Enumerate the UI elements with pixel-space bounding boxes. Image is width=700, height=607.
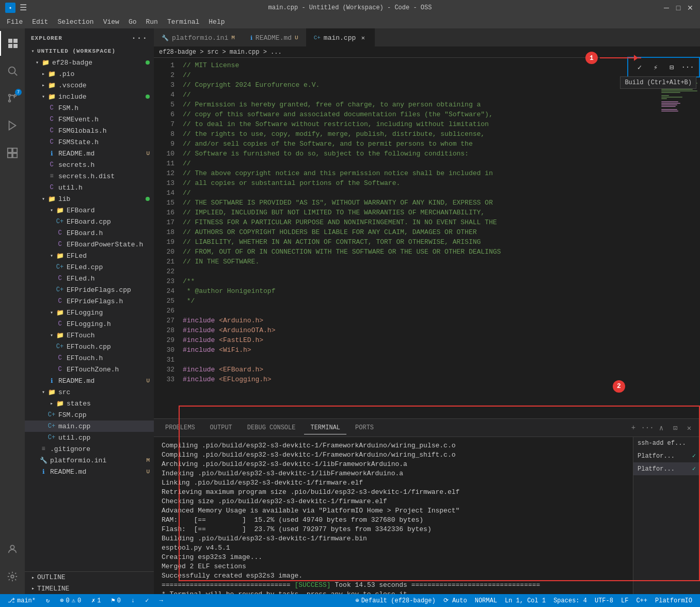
- build-button[interactable]: ✓: [632, 60, 647, 74]
- status-check[interactable]: ✓: [142, 597, 151, 604]
- menu-go[interactable]: Go: [124, 17, 141, 27]
- code-content[interactable]: // MIT License // // Copyright 2024 Euro…: [179, 58, 659, 418]
- panel-close-button[interactable]: ✕: [683, 422, 695, 433]
- status-task[interactable]: ✗ 1: [89, 597, 103, 604]
- status-default-env[interactable]: ⊕ Default (ef28-badge): [353, 597, 438, 604]
- status-bookmark[interactable]: ⚑ 0: [109, 597, 123, 604]
- status-branch[interactable]: ⎇ main*: [5, 597, 38, 604]
- maximize-button[interactable]: □: [674, 3, 683, 12]
- tab-ports[interactable]: PORTS: [349, 422, 380, 434]
- session-platfor-2[interactable]: Platfor... ✓: [633, 462, 700, 475]
- status-encoding[interactable]: UTF-8: [592, 597, 616, 604]
- tree-fsmglobals-h[interactable]: CFSMGlobals.h: [25, 125, 154, 136]
- tree-secrets-h-dist[interactable]: ≡secrets.h.dist: [25, 170, 154, 182]
- menu-terminal[interactable]: Terminal: [163, 17, 203, 27]
- more-actions-button[interactable]: ···: [680, 60, 695, 74]
- tree-eflogging[interactable]: ▾📁EFLogging: [25, 307, 154, 318]
- tree-fsmevent-h[interactable]: CFSMEvent.h: [25, 114, 154, 125]
- tree-efboardpowerstate-h[interactable]: CEFBoardPowerState.h: [25, 239, 154, 250]
- terminal-content[interactable]: 2 Compiling .pio/build/esp32-s3-devkitc-…: [154, 437, 633, 594]
- tree-eftouch-h[interactable]: CEFTouch.h: [25, 352, 154, 364]
- tree-platformio-ini[interactable]: 🔧platformio.iniM: [25, 455, 154, 466]
- split-editor-button[interactable]: ⊟: [664, 60, 679, 74]
- activity-run[interactable]: [0, 113, 25, 138]
- panel-add-button[interactable]: +: [628, 422, 639, 433]
- activity-extensions[interactable]: [0, 141, 25, 165]
- status-sync[interactable]: ↻: [43, 597, 52, 604]
- status-spaces[interactable]: Spaces: 4: [551, 597, 590, 604]
- tree-fsm-h[interactable]: CFSM.h: [25, 102, 154, 114]
- status-errors[interactable]: ⊗ 0 ⚠ 0: [57, 597, 84, 604]
- status-eol[interactable]: LF: [618, 597, 631, 604]
- tab-problems[interactable]: PROBLEMS: [159, 422, 201, 434]
- tab-platformio-ini[interactable]: 🔧 platformio.ini M: [154, 28, 243, 46]
- tree-util-cpp[interactable]: C+util.cpp: [25, 432, 154, 443]
- tree-lib[interactable]: ▾ 📁 lib: [25, 193, 154, 205]
- status-vim-mode[interactable]: NORMAL: [472, 597, 500, 604]
- activity-source-control[interactable]: 7: [0, 86, 25, 111]
- menu-help[interactable]: Help: [204, 17, 229, 27]
- session-platfor-1[interactable]: Platfor... ✓: [633, 449, 700, 462]
- activity-settings[interactable]: [0, 564, 25, 589]
- tree-efled-cpp[interactable]: C+EFLed.cpp: [25, 261, 154, 273]
- tree-efled[interactable]: ▾📁EFLed: [25, 250, 154, 261]
- tree-ef28-badge[interactable]: ▾ 📁 ef28-badge: [25, 57, 154, 68]
- status-arrow-right[interactable]: →: [156, 597, 165, 604]
- tree-efboard[interactable]: ▾📁EFBoard: [25, 205, 154, 216]
- tree-efprideflags-h[interactable]: CEFPrideFlags.h: [25, 295, 154, 307]
- tab-terminal[interactable]: TERMINAL: [304, 422, 346, 434]
- activity-explorer[interactable]: [0, 31, 25, 56]
- outline-section[interactable]: ▸ OUTLINE: [25, 571, 154, 583]
- tree-src[interactable]: ▾ 📁 src: [25, 386, 154, 398]
- tree-efboard-h[interactable]: CEFBoard.h: [25, 227, 154, 239]
- workspace-label[interactable]: ▾ UNTITLED (WORKSPACE): [25, 45, 154, 57]
- tab-main-cpp[interactable]: C+ main.cpp ✕: [306, 28, 375, 46]
- activity-search[interactable]: [0, 58, 25, 83]
- panel-more-button[interactable]: ···: [642, 422, 653, 433]
- panel-maximize-button[interactable]: ⊡: [670, 422, 681, 433]
- tree-efprideflags-cpp[interactable]: C+EFPrideFlags.cpp: [25, 284, 154, 295]
- tree-gitignore[interactable]: ≡.gitignore: [25, 443, 154, 455]
- tree-pio[interactable]: ▸ 📁 .pio: [25, 68, 154, 80]
- close-button[interactable]: ✕: [686, 3, 695, 12]
- tab-debug-console[interactable]: DEBUG CONSOLE: [241, 422, 302, 434]
- status-platformio[interactable]: PlatformIO: [653, 597, 695, 604]
- tree-readme-lib[interactable]: ℹREADME.mdU: [25, 375, 154, 386]
- menu-selection[interactable]: Selection: [53, 17, 98, 27]
- timeline-section[interactable]: ▸ TIMELINE: [25, 583, 154, 594]
- tree-fsmstate-h[interactable]: CFSMState.h: [25, 136, 154, 148]
- tab-readme[interactable]: ℹ README.md U: [243, 28, 306, 46]
- code-editor[interactable]: 12345 678910 1112131415 1617181920 21222…: [154, 58, 700, 418]
- tree-readme-include[interactable]: ℹREADME.mdU: [25, 148, 154, 159]
- menu-file[interactable]: File: [3, 17, 27, 27]
- tree-eftouch[interactable]: ▾📁EFTouch: [25, 330, 154, 341]
- menu-run[interactable]: Run: [141, 17, 162, 27]
- sidebar-more-button[interactable]: ···: [131, 34, 148, 43]
- status-arrow[interactable]: ↓: [129, 597, 137, 604]
- close-tab-button[interactable]: ✕: [359, 34, 367, 42]
- tree-eftouch-cpp[interactable]: C+EFTouch.cpp: [25, 341, 154, 352]
- tree-readme-root[interactable]: ℹREADME.mdU: [25, 466, 154, 477]
- tree-efboard-cpp[interactable]: C+EFBoard.cpp: [25, 216, 154, 227]
- minimize-button[interactable]: ─: [662, 3, 671, 12]
- status-language[interactable]: C++: [633, 597, 650, 604]
- tree-main-cpp[interactable]: C+main.cpp: [25, 421, 154, 432]
- session-ssh[interactable]: ssh-add ef...: [633, 437, 700, 449]
- status-cursor[interactable]: Ln 1, Col 1: [502, 597, 548, 604]
- tree-eflogging-h[interactable]: CEFLogging.h: [25, 318, 154, 330]
- menu-view[interactable]: View: [99, 17, 123, 27]
- panel-chevron-up-button[interactable]: ∧: [656, 422, 667, 433]
- flash-button[interactable]: ⚡: [648, 60, 663, 74]
- tree-eftouchzone-h[interactable]: CEFTouchZone.h: [25, 364, 154, 375]
- tree-include[interactable]: ▾ 📁 include: [25, 91, 154, 102]
- status-auto[interactable]: ⟳ Auto: [441, 597, 470, 604]
- tree-fsm-cpp[interactable]: C+FSM.cpp: [25, 409, 154, 421]
- tree-efled-h[interactable]: CEFLed.h: [25, 273, 154, 284]
- tree-util-h[interactable]: Cutil.h: [25, 182, 154, 193]
- activity-account[interactable]: [0, 537, 25, 562]
- tree-secrets-h[interactable]: Csecrets.h: [25, 159, 154, 170]
- tree-states[interactable]: ▸📁states: [25, 398, 154, 409]
- tab-output[interactable]: OUTPUT: [204, 422, 238, 434]
- tree-vscode[interactable]: ▸ 📁 .vscode: [25, 80, 154, 91]
- menu-edit[interactable]: Edit: [28, 17, 52, 27]
